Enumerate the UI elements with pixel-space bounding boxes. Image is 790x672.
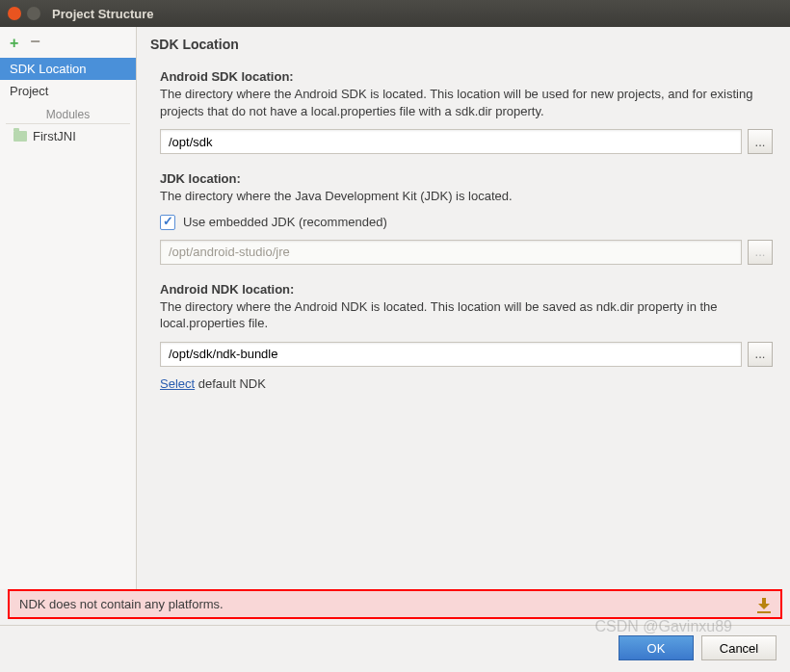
sidebar-item-label: SDK Location xyxy=(10,62,87,76)
jdk-section: JDK location: The directory where the Ja… xyxy=(160,171,773,265)
sidebar-item-sdk-location[interactable]: SDK Location xyxy=(0,58,136,80)
sdk-location-input[interactable] xyxy=(160,129,742,154)
ok-button[interactable]: OK xyxy=(619,635,694,660)
sdk-desc: The directory where the Android SDK is l… xyxy=(160,86,773,119)
folder-icon xyxy=(13,131,27,142)
error-message: NDK does not contain any platforms. xyxy=(19,597,224,611)
sidebar-modules-header: Modules xyxy=(6,104,130,124)
sdk-browse-button[interactable]: ... xyxy=(748,129,773,154)
use-embedded-jdk-label: Use embedded JDK (recommended) xyxy=(183,215,387,229)
sidebar-module-label: FirstJNI xyxy=(33,129,76,143)
use-embedded-jdk-checkbox[interactable] xyxy=(160,215,175,230)
ndk-section: Android NDK location: The directory wher… xyxy=(160,282,773,391)
window-close-button[interactable] xyxy=(8,7,21,20)
error-bar: NDK does not contain any platforms. xyxy=(8,589,782,619)
jdk-title: JDK location: xyxy=(160,171,773,186)
jdk-browse-button: ... xyxy=(748,240,773,265)
ndk-desc: The directory where the Android NDK is l… xyxy=(160,298,773,332)
jdk-location-input xyxy=(160,240,742,265)
sidebar-item-project[interactable]: Project xyxy=(0,80,136,102)
select-default-ndk-suffix: default NDK xyxy=(195,376,266,391)
add-icon[interactable]: + xyxy=(10,35,18,52)
content-panel: SDK Location Android SDK location: The d… xyxy=(137,27,790,589)
ndk-browse-button[interactable]: ... xyxy=(748,342,773,367)
sdk-section: Android SDK location: The directory wher… xyxy=(160,69,773,154)
cancel-button[interactable]: Cancel xyxy=(701,635,777,660)
ndk-title: Android NDK location: xyxy=(160,282,773,297)
window-minimize-button[interactable] xyxy=(27,7,40,20)
dialog-footer: OK Cancel xyxy=(0,626,790,672)
select-default-ndk-link[interactable]: Select xyxy=(160,376,195,391)
window-title: Project Structure xyxy=(52,7,153,21)
sidebar-module-firstjni[interactable]: FirstJNI xyxy=(0,126,136,146)
download-icon[interactable] xyxy=(757,598,771,611)
page-title: SDK Location xyxy=(150,37,773,52)
remove-icon[interactable]: − xyxy=(30,35,40,52)
jdk-desc: The directory where the Java Development… xyxy=(160,188,773,205)
sdk-title: Android SDK location: xyxy=(160,69,773,84)
sidebar: + − SDK Location Project Modules FirstJN… xyxy=(0,27,137,589)
ndk-location-input[interactable] xyxy=(160,342,742,367)
titlebar: Project Structure xyxy=(0,0,790,27)
sidebar-item-label: Project xyxy=(10,84,48,98)
